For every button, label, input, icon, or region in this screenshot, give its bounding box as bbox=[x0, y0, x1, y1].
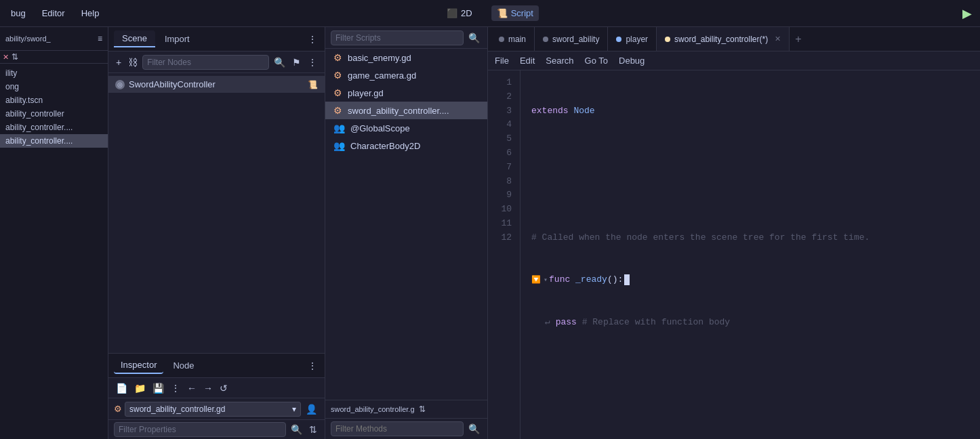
sidebar-close-btn[interactable]: ✕ bbox=[3, 53, 9, 62]
filter-methods-input[interactable] bbox=[331, 421, 464, 436]
gear-icon: ⚙ bbox=[333, 105, 342, 116]
menu-debug[interactable]: Debug bbox=[619, 56, 645, 66]
view-2d-btn[interactable]: ⬛ 2D bbox=[441, 5, 478, 21]
link-node-btn[interactable]: ⛓ bbox=[126, 55, 140, 70]
search-nodes-btn[interactable]: 🔍 bbox=[272, 55, 287, 70]
tab-inspector[interactable]: Inspector bbox=[114, 357, 163, 374]
top-right-actions: ▶ bbox=[962, 6, 972, 21]
editor-menubar: File Edit Search Go To Debug bbox=[488, 51, 980, 70]
list-item[interactable]: ⚙ game_camera.gd bbox=[325, 66, 487, 84]
sidebar-tabs-row: ✕ ⇅ bbox=[0, 51, 108, 64]
tab-sword-ability[interactable]: sword_ability bbox=[535, 27, 608, 51]
inspector-save-btn[interactable]: 💾 bbox=[150, 381, 166, 396]
add-node-btn[interactable]: + bbox=[114, 55, 123, 70]
play-button[interactable]: ▶ bbox=[962, 6, 972, 21]
node-icon: ◎ bbox=[115, 80, 125, 89]
scene-node-item[interactable]: ◎ SwordAbilityController 📜 bbox=[108, 76, 325, 93]
code-line-2 bbox=[531, 146, 969, 161]
inspector-file-btn[interactable]: 📄 bbox=[114, 381, 129, 396]
list-item[interactable]: ability_controller.... bbox=[0, 121, 108, 134]
list-item[interactable]: ⚙ basic_enemy.gd bbox=[325, 49, 487, 66]
menu-edit[interactable]: Edit bbox=[520, 56, 535, 66]
inspector-menu-btn[interactable]: ⋮ bbox=[306, 358, 319, 373]
scripts-toolbar: 🔍 bbox=[325, 27, 487, 49]
list-item[interactable]: ⚙ player.gd bbox=[325, 84, 487, 102]
search-scripts-btn[interactable]: 🔍 bbox=[466, 30, 482, 45]
tab-dot bbox=[616, 37, 621, 42]
code-area[interactable]: 1 2 3 4 5 6 7 8 9 10 11 12 extends Node … bbox=[488, 70, 980, 439]
sidebar-sort-icon[interactable]: ⇅ bbox=[12, 52, 18, 62]
list-item[interactable]: ability_controller.... bbox=[0, 134, 108, 148]
search-methods-btn[interactable]: 🔍 bbox=[466, 421, 482, 436]
tab-label: main bbox=[508, 35, 526, 44]
script-list: ⚙ basic_enemy.gd ⚙ game_camera.gd ⚙ play… bbox=[325, 49, 487, 400]
code-editor: main sword_ability player sword_ability_… bbox=[488, 27, 980, 439]
inspector-extra-btn[interactable]: ⋮ bbox=[169, 381, 182, 396]
inspector-tabs-row: Inspector Node ⋮ bbox=[108, 354, 325, 378]
inspector-refresh-btn[interactable]: ↺ bbox=[218, 381, 230, 396]
menu-bug[interactable]: bug bbox=[8, 7, 28, 20]
inspector-folder-btn[interactable]: 📁 bbox=[132, 381, 148, 396]
menu-items: bug Editor Help bbox=[8, 7, 102, 20]
menu-goto[interactable]: Go To bbox=[585, 56, 608, 66]
node-name: SwordAbilityController bbox=[129, 79, 216, 89]
script-file-name: @GlobalScope bbox=[350, 123, 410, 133]
tab-close-btn[interactable]: ✕ bbox=[775, 35, 781, 43]
list-item[interactable]: ability.tscn bbox=[0, 93, 108, 107]
list-item[interactable]: ⚙ sword_ability_controller.... bbox=[325, 102, 487, 119]
filter-properties-input[interactable] bbox=[114, 422, 286, 437]
tab-scene[interactable]: Scene bbox=[114, 30, 155, 47]
sidebar-path-icon[interactable]: ≡ bbox=[98, 34, 102, 43]
list-item[interactable]: ability_controller bbox=[0, 107, 108, 121]
view-script-btn[interactable]: 📜 Script bbox=[491, 5, 539, 21]
list-item[interactable]: ility bbox=[0, 66, 108, 80]
inspector-toolbar: 📄 📁 💾 ⋮ ← → ↺ bbox=[108, 378, 325, 398]
line-numbers: 1 2 3 4 5 6 7 8 9 10 11 12 bbox=[488, 70, 520, 439]
inspector-person-btn[interactable]: 👤 bbox=[304, 402, 319, 417]
code-line-5: 🔽▾func _ready(): bbox=[531, 273, 969, 287]
tab-import[interactable]: Import bbox=[157, 31, 198, 47]
scene-menu-btn[interactable]: ⋮ bbox=[306, 55, 319, 70]
tab-label: sword_ability_controller(*) bbox=[674, 35, 768, 44]
gear-icon: ⚙ bbox=[114, 404, 122, 414]
list-item[interactable]: 👥 @GlobalScope bbox=[325, 119, 487, 137]
menu-editor[interactable]: Editor bbox=[39, 7, 68, 20]
tab-node[interactable]: Node bbox=[166, 358, 201, 373]
list-item[interactable]: ong bbox=[0, 80, 108, 93]
script-name-label: sword_ability_controller.gd bbox=[129, 404, 225, 414]
sidebar-path: ability/sword_ ≡ bbox=[0, 27, 108, 51]
inspector-script-row: ⚙ sword_ability_controller.gd ▾ 👤 bbox=[108, 398, 325, 420]
bottom-sort-icon[interactable]: ⇅ bbox=[419, 404, 426, 414]
inspector-prev-btn[interactable]: ← bbox=[185, 381, 199, 396]
tab-player[interactable]: player bbox=[608, 27, 657, 51]
script-selector[interactable]: sword_ability_controller.gd ▾ bbox=[125, 402, 301, 417]
code-line-1: extends Node bbox=[531, 104, 969, 119]
menu-search[interactable]: Search bbox=[546, 56, 573, 66]
filter-extra-btn[interactable]: ⚑ bbox=[290, 55, 303, 70]
filter-scripts-input[interactable] bbox=[331, 30, 464, 45]
filter-properties-search-btn[interactable]: 🔍 bbox=[289, 422, 304, 437]
code-line-3 bbox=[531, 188, 969, 203]
scene-panel: Scene Import ⋮ + ⛓ 🔍 ⚑ ⋮ ◎ SwordAbilityC… bbox=[108, 27, 325, 439]
main-area: ability/sword_ ≡ ✕ ⇅ ility ong ability.t… bbox=[0, 27, 980, 439]
filter-nodes-input[interactable] bbox=[142, 55, 269, 70]
tab-main[interactable]: main bbox=[491, 27, 535, 51]
filter-properties-sort-btn[interactable]: ⇅ bbox=[307, 422, 319, 437]
editor-tabs: main sword_ability player sword_ability_… bbox=[488, 27, 980, 51]
tab-sword-ability-controller[interactable]: sword_ability_controller(*) ✕ bbox=[657, 27, 790, 51]
inspector-filter-row: 🔍 ⇅ bbox=[108, 420, 325, 439]
panel-menu-btn[interactable]: ⋮ bbox=[306, 32, 319, 47]
panel-actions: ⋮ bbox=[306, 32, 319, 47]
scene-tree-area: ◎ SwordAbilityController 📜 bbox=[108, 73, 325, 353]
tab-dot bbox=[665, 37, 670, 42]
add-tab-btn[interactable]: + bbox=[790, 30, 807, 48]
menu-file[interactable]: File bbox=[495, 56, 509, 66]
left-sidebar: ability/sword_ ≡ ✕ ⇅ ility ong ability.t… bbox=[0, 27, 108, 439]
view-toggle: ⬛ 2D 📜 Script bbox=[441, 5, 539, 21]
menu-help[interactable]: Help bbox=[79, 7, 102, 20]
code-line-4: # Called when the node enters the scene … bbox=[531, 231, 969, 245]
bottom-script-name: sword_ability_controller.g bbox=[331, 405, 415, 413]
list-item[interactable]: 👥 CharacterBody2D bbox=[325, 137, 487, 154]
code-content[interactable]: extends Node # Called when the node ente… bbox=[520, 70, 980, 439]
inspector-next-btn[interactable]: → bbox=[201, 381, 215, 396]
